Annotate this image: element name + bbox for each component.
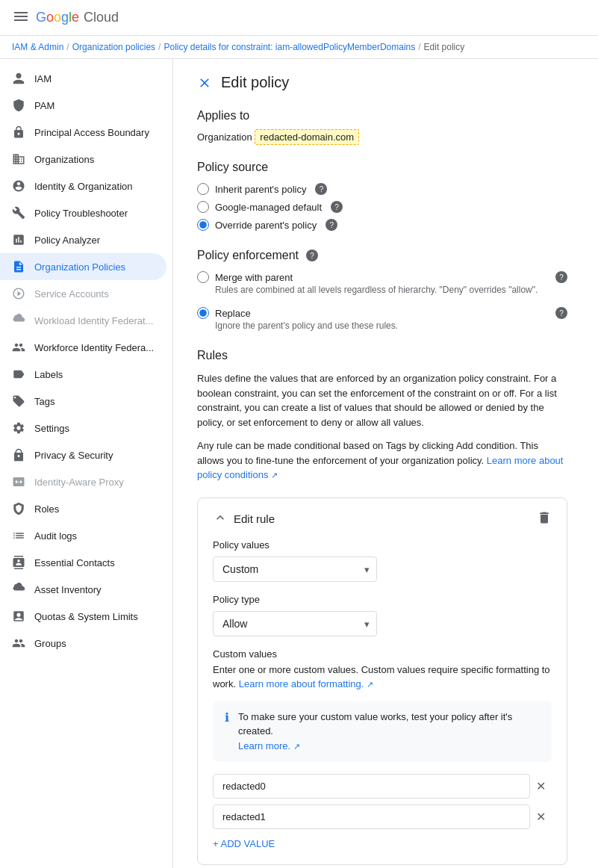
policy-values-select[interactable]: Custom All values Allow all Deny all <box>213 557 377 582</box>
custom-values-description: Enter one or more custom values. Custom … <box>213 663 552 692</box>
sidebar-item-organization-policies[interactable]: Organization Policies <box>0 253 166 280</box>
sidebar-label-groups: Groups <box>34 638 66 649</box>
contacts-icon <box>12 556 25 569</box>
custom-value-input-2[interactable] <box>213 805 530 829</box>
sidebar-item-identity-organization[interactable]: Identity & Organization <box>0 173 166 199</box>
close-button[interactable] <box>197 75 212 90</box>
workforce-icon <box>12 341 25 354</box>
organization-domain: redacted-domain.com <box>255 129 359 145</box>
sidebar-item-principal-access-boundary[interactable]: Principal Access Boundary <box>0 119 166 146</box>
sidebar-item-roles[interactable]: Roles <box>0 495 166 522</box>
breadcrumb-sep-1: / <box>66 42 69 52</box>
sidebar-item-identity-aware-proxy[interactable]: Identity-Aware Proxy <box>0 468 166 495</box>
sidebar-item-iam[interactable]: IAM <box>0 65 166 92</box>
sidebar-label-asset-inventory: Asset Inventory <box>34 584 102 595</box>
clear-value-1-button[interactable]: ✕ <box>530 776 552 796</box>
policy-type-field: Policy type Allow Deny ▾ <box>213 594 552 636</box>
replace-description: Ignore the parent's policy and use these… <box>215 320 567 331</box>
radio-merge-input[interactable] <box>197 271 209 283</box>
sidebar-item-privacy-security[interactable]: Privacy & Security <box>0 441 166 468</box>
cloud-text: Cloud <box>84 10 119 25</box>
breadcrumb-sep-3: / <box>418 42 420 52</box>
delete-rule-button[interactable] <box>537 510 552 527</box>
build-icon <box>12 206 25 220</box>
info-box-content: To make sure your custom value works, te… <box>238 710 540 754</box>
policy-source-radio-group: Inherit parent's policy ? Google-managed… <box>197 183 567 231</box>
value-input-row-1: ✕ <box>213 774 552 799</box>
external-link-formatting-icon: ↗ <box>367 680 373 689</box>
help-icon-enforcement[interactable]: ? <box>306 249 318 261</box>
sidebar-item-audit-logs[interactable]: Audit logs <box>0 522 166 549</box>
quota-icon <box>12 610 25 623</box>
policy-enforcement-title: Policy enforcement <box>197 249 299 262</box>
enforcement-radio-group: Merge with parent ? Rules are combined a… <box>197 271 567 331</box>
sidebar-item-labels[interactable]: Labels <box>0 361 166 388</box>
sidebar-item-workload-identity[interactable]: Workload Identity Federat... <box>0 307 166 334</box>
sidebar-item-settings[interactable]: Settings <box>0 415 166 441</box>
inventory-icon <box>12 583 25 596</box>
enforcement-replace-item: Replace ? Ignore the parent's policy and… <box>197 307 567 331</box>
sidebar-label-tags: Tags <box>34 396 54 407</box>
radio-merge-label: Merge with parent <box>215 272 293 283</box>
sidebar-item-policy-troubleshooter[interactable]: Policy Troubleshooter <box>0 199 166 226</box>
sidebar-label-audit-logs: Audit logs <box>34 530 77 542</box>
sidebar-item-tags[interactable]: Tags <box>0 388 166 415</box>
radio-override-parent[interactable]: Override parent's policy ? <box>197 219 567 231</box>
breadcrumb-policy-details[interactable]: Policy details for constraint: iam-allow… <box>163 42 415 52</box>
radio-override-input[interactable] <box>197 219 209 231</box>
sidebar-item-workforce-identity[interactable]: Workforce Identity Federa... <box>0 334 166 361</box>
sidebar-label-pam: PAM <box>34 100 54 111</box>
radio-replace[interactable]: Replace <box>197 307 546 319</box>
menu-icon[interactable] <box>12 7 30 28</box>
policy-type-select[interactable]: Allow Deny <box>213 611 377 636</box>
help-icon-merge[interactable]: ? <box>555 271 567 283</box>
sidebar-label-labels: Labels <box>34 369 63 380</box>
help-icon-override[interactable]: ? <box>326 219 337 231</box>
sidebar-item-essential-contacts[interactable]: Essential Contacts <box>0 549 166 576</box>
value-input-row-2: ✕ <box>213 805 552 829</box>
policy-values-select-wrapper: Custom All values Allow all Deny all ▾ <box>213 557 377 582</box>
info-box-learn-more[interactable]: Learn more. ↗ <box>238 740 300 751</box>
edit-rule-title-row: Edit rule <box>213 510 275 527</box>
custom-values-learn-more[interactable]: Learn more about formatting. ↗ <box>239 678 373 689</box>
google-cloud-logo: Google Cloud <box>36 10 119 25</box>
breadcrumb-org-policies[interactable]: Organization policies <box>72 42 155 52</box>
sidebar-label-policy-analyzer: Policy Analyzer <box>34 235 100 246</box>
external-link-infobox-icon: ↗ <box>293 742 300 751</box>
sidebar-item-groups[interactable]: Groups <box>0 630 166 657</box>
help-icon-replace[interactable]: ? <box>555 307 567 319</box>
applies-to-section: Applies to Organization redacted-domain.… <box>197 109 567 143</box>
sidebar-label-principal-access-boundary: Principal Access Boundary <box>34 127 149 138</box>
sidebar-item-pam[interactable]: PAM <box>0 92 166 119</box>
radio-inherit-parent[interactable]: Inherit parent's policy ? <box>197 183 567 195</box>
main-content: Edit policy Applies to Organization reda… <box>173 59 598 868</box>
help-icon-inherit[interactable]: ? <box>315 183 327 195</box>
sidebar-item-quotas-system-limits[interactable]: Quotas & System Limits <box>0 603 166 630</box>
sidebar-item-policy-analyzer[interactable]: Policy Analyzer <box>0 226 166 253</box>
radio-inherit-input[interactable] <box>197 183 209 195</box>
custom-value-input-1[interactable] <box>213 774 530 799</box>
rules-section: Rules Rules define the values that are e… <box>197 349 567 483</box>
radio-google-managed-input[interactable] <box>197 201 209 213</box>
sidebar-label-workforce-identity: Workforce Identity Federa... <box>34 342 154 353</box>
add-value-button[interactable]: + ADD VALUE <box>213 835 275 852</box>
sidebar-item-service-accounts[interactable]: Service Accounts <box>0 280 166 307</box>
radio-google-managed[interactable]: Google-managed default ? <box>197 201 567 213</box>
clear-value-2-button[interactable]: ✕ <box>530 807 552 827</box>
sidebar: IAM PAM Principal Access Boundary Organi… <box>0 59 173 868</box>
radio-merge[interactable]: Merge with parent <box>197 271 546 283</box>
sidebar-item-organizations[interactable]: Organizations <box>0 146 166 173</box>
enforcement-replace-row: Replace ? <box>197 307 567 319</box>
sidebar-item-asset-inventory[interactable]: Asset Inventory <box>0 576 166 603</box>
help-icon-google-managed[interactable]: ? <box>331 201 343 213</box>
settings-icon <box>12 421 25 435</box>
shield-icon <box>12 99 25 112</box>
edit-rule-header: Edit rule <box>213 510 552 527</box>
policy-source-section: Policy source Inherit parent's policy ? … <box>197 161 567 231</box>
radio-inherit-label: Inherit parent's policy <box>215 184 306 195</box>
chevron-up-icon[interactable] <box>213 510 228 527</box>
breadcrumb-edit-policy: Edit policy <box>424 42 465 52</box>
breadcrumb-iam-admin[interactable]: IAM & Admin <box>12 42 63 52</box>
info-icon: ℹ <box>225 710 229 725</box>
radio-replace-input[interactable] <box>197 307 209 319</box>
